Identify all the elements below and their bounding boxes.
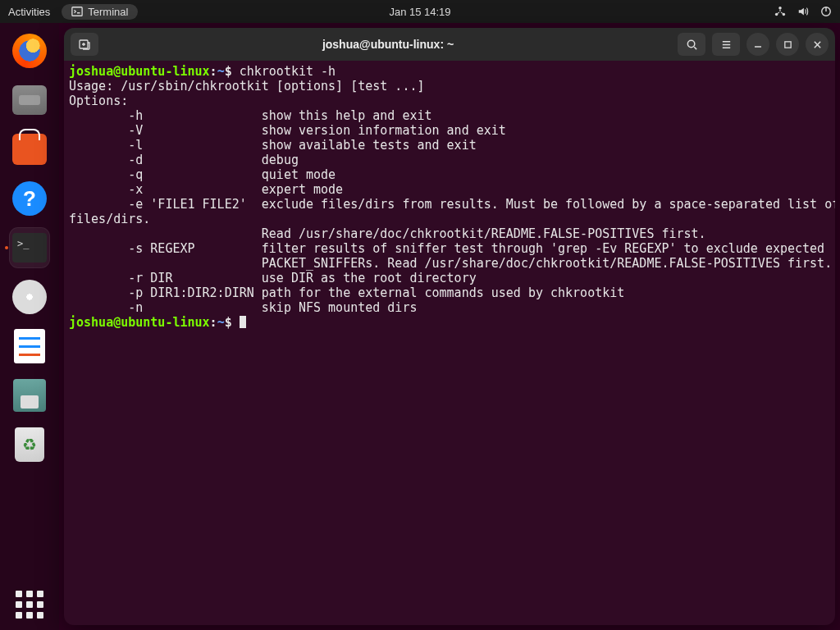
dock: ? >_ ♻ xyxy=(0,23,59,630)
command-output: Usage: /usr/sbin/chkrootkit [options] [t… xyxy=(69,79,835,315)
prompt-path: ~ xyxy=(217,64,225,79)
app-menu-label: Terminal xyxy=(88,6,128,18)
svg-rect-7 xyxy=(784,41,790,47)
prompt-end-2: $ xyxy=(225,315,232,330)
terminal-content[interactable]: joshua@ubuntu-linux:~$ chkrootkit -h Usa… xyxy=(64,61,835,625)
prompt-path-2: ~ xyxy=(217,315,225,330)
dock-help[interactable]: ? xyxy=(10,179,49,218)
files-icon xyxy=(12,85,47,115)
window-titlebar[interactable]: joshua@ubuntu-linux: ~ xyxy=(64,28,835,61)
activities-button[interactable]: Activities xyxy=(8,6,50,18)
hamburger-icon xyxy=(720,39,733,51)
terminal-icon: >_ xyxy=(12,233,47,262)
dock-text-editor[interactable] xyxy=(10,326,49,366)
firefox-icon xyxy=(12,34,47,68)
terminal-icon xyxy=(71,6,83,17)
terminal-window: joshua@ubuntu-linux: ~ joshua@ubuntu-lin… xyxy=(64,28,835,625)
maximize-button[interactable] xyxy=(776,33,799,56)
dock-terminal[interactable]: >_ xyxy=(10,228,49,267)
prompt-sep: : xyxy=(210,64,217,79)
close-icon xyxy=(813,40,822,49)
minimize-icon xyxy=(753,39,763,49)
menu-button[interactable] xyxy=(712,33,740,56)
command-text: chkrootkit -h xyxy=(240,64,336,79)
new-tab-button[interactable] xyxy=(71,33,98,56)
network-icon[interactable] xyxy=(774,6,786,17)
new-tab-icon xyxy=(78,38,91,51)
text-editor-icon xyxy=(14,329,45,363)
help-icon: ? xyxy=(12,181,47,216)
running-indicator xyxy=(5,246,8,249)
power-icon[interactable] xyxy=(820,6,832,17)
dock-trash[interactable]: ♻ xyxy=(10,425,49,464)
maximize-icon xyxy=(783,40,792,49)
dock-disc[interactable] xyxy=(10,277,49,317)
trash-icon: ♻ xyxy=(15,427,44,462)
software-icon xyxy=(12,134,47,165)
show-applications[interactable] xyxy=(0,591,59,619)
volume-icon[interactable] xyxy=(797,6,809,17)
cursor xyxy=(240,316,246,328)
dock-disks[interactable] xyxy=(10,376,49,415)
prompt-sep-2: : xyxy=(210,315,217,330)
prompt-user-2: joshua@ubuntu-linux xyxy=(69,315,210,330)
svg-rect-0 xyxy=(72,7,82,16)
clock[interactable]: Jan 15 14:19 xyxy=(389,6,450,18)
dock-firefox[interactable] xyxy=(10,31,49,71)
gnome-topbar: Activities Terminal Jan 15 14:19 xyxy=(0,0,840,23)
app-menu[interactable]: Terminal xyxy=(62,4,138,20)
search-icon xyxy=(686,39,698,51)
window-title: joshua@ubuntu-linux: ~ xyxy=(105,38,671,51)
search-button[interactable] xyxy=(678,33,705,56)
apps-grid-icon xyxy=(16,591,43,619)
disks-icon xyxy=(13,379,46,412)
dock-software[interactable] xyxy=(10,130,49,169)
dock-files[interactable] xyxy=(10,80,49,120)
prompt-user: joshua@ubuntu-linux xyxy=(69,64,210,79)
minimize-button[interactable] xyxy=(746,33,769,56)
svg-point-6 xyxy=(687,40,694,47)
svg-point-1 xyxy=(778,7,782,10)
prompt-end: $ xyxy=(225,64,232,79)
close-button[interactable] xyxy=(806,33,829,56)
disc-icon xyxy=(12,280,47,314)
